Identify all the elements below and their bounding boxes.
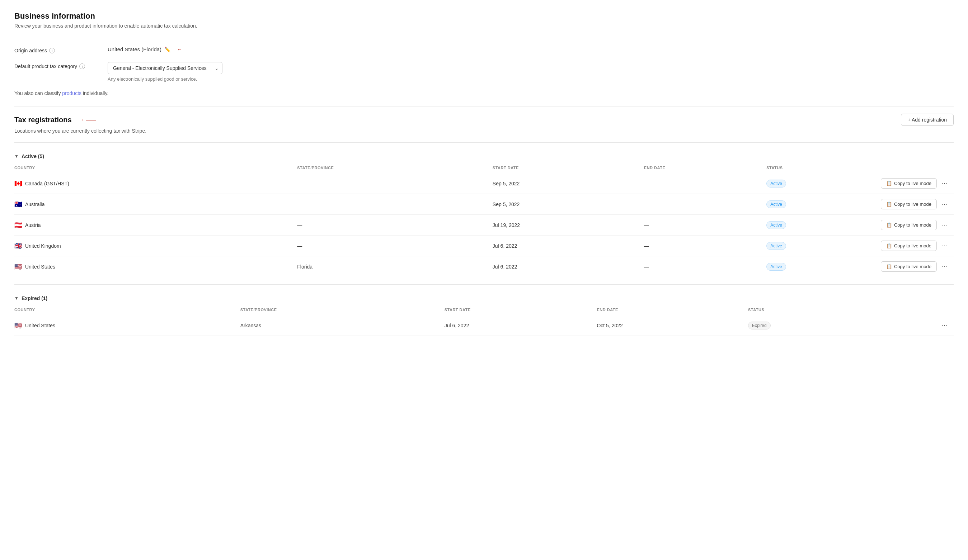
status-badge-4: Active — [766, 263, 786, 271]
expired-more-options-button-0[interactable]: ··· — [940, 320, 949, 330]
exp-col-actions — [882, 305, 954, 315]
active-actions-cell-1: 📋 Copy to live mode ··· — [881, 194, 954, 215]
active-state-cell-4: Florida — [297, 256, 492, 277]
page-title: Business information — [14, 12, 954, 21]
status-badge-0: Active — [766, 180, 786, 188]
active-start-date-cell-4: Jul 6, 2022 — [492, 256, 644, 277]
active-actions-cell-4: 📋 Copy to live mode ··· — [881, 256, 954, 277]
copy-icon-0: 📋 — [886, 181, 892, 186]
tax-registrations-subtitle: Locations where you are currently collec… — [14, 128, 954, 134]
copy-to-live-button-0[interactable]: 📋 Copy to live mode — [881, 178, 937, 188]
active-status-cell-2: Active — [766, 215, 881, 236]
active-start-date-cell-3: Jul 6, 2022 — [492, 236, 644, 256]
active-table-row: 🇨🇦 Canada (GST/HST) — Sep 5, 2022 — Acti… — [14, 173, 954, 194]
more-options-button-2[interactable]: ··· — [940, 220, 949, 230]
tax-category-row: Default product tax category i General -… — [14, 62, 954, 82]
copy-icon-3: 📋 — [886, 243, 892, 248]
exp-col-country: Country — [14, 305, 240, 315]
copy-to-live-button-1[interactable]: 📋 Copy to live mode — [881, 199, 937, 209]
expired-status-badge-0: Expired — [748, 322, 771, 329]
active-country-cell-3: 🇬🇧 United Kingdom — [14, 236, 297, 256]
exp-col-status: Status — [748, 305, 882, 315]
status-badge-1: Active — [766, 200, 786, 208]
add-registration-button[interactable]: + Add registration — [901, 114, 954, 126]
active-country-name-3: United Kingdom — [25, 243, 61, 249]
active-status-cell-3: Active — [766, 236, 881, 256]
active-start-date-cell-0: Sep 5, 2022 — [492, 173, 644, 194]
active-flag-1: 🇦🇺 — [14, 200, 22, 208]
active-country-cell-2: 🇦🇹 Austria — [14, 215, 297, 236]
origin-address-edit-icon[interactable]: ✏️ — [164, 46, 171, 52]
active-flag-3: 🇬🇧 — [14, 242, 22, 250]
col-status: Status — [766, 163, 881, 173]
col-start-date: Start Date — [492, 163, 644, 173]
tax-category-select-wrapper: General - Electronically Supplied Servic… — [108, 62, 222, 74]
more-options-button-3[interactable]: ··· — [940, 241, 949, 251]
expired-row-actions-0: ··· — [882, 320, 949, 330]
products-link[interactable]: products — [62, 90, 81, 96]
active-country-cell-4: 🇺🇸 United States — [14, 256, 297, 277]
tax-category-hint: Any electronically supplied good or serv… — [108, 76, 222, 82]
tax-category-select[interactable]: General - Electronically Supplied Servic… — [108, 62, 222, 74]
origin-address-label: Origin address i — [14, 46, 108, 53]
active-status-cell-0: Active — [766, 173, 881, 194]
active-group-header[interactable]: ▼ Active (5) — [14, 150, 954, 163]
copy-icon-4: 📋 — [886, 264, 892, 269]
active-actions-cell-3: 📋 Copy to live mode ··· — [881, 236, 954, 256]
origin-address-row: Origin address i United States (Florida)… — [14, 46, 954, 53]
tax-category-label: Default product tax category i — [14, 62, 108, 69]
status-badge-3: Active — [766, 242, 786, 250]
active-registrations-table: Country State/Province Start Date End Da… — [14, 163, 954, 277]
active-table-row: 🇺🇸 United States Florida Jul 6, 2022 — A… — [14, 256, 954, 277]
expired-table-row: 🇺🇸 United States Arkansas Jul 6, 2022 Oc… — [14, 315, 954, 336]
col-state: State/Province — [297, 163, 492, 173]
active-table-row: 🇦🇹 Austria — Jul 19, 2022 — Active 📋 Cop… — [14, 215, 954, 236]
active-state-cell-1: — — [297, 194, 492, 215]
active-group-label: Active (5) — [22, 154, 44, 159]
classify-products-text: You also can classify products individua… — [14, 90, 954, 96]
active-state-cell-3: — — [297, 236, 492, 256]
expired-group-header[interactable]: ▼ Expired (1) — [14, 292, 954, 305]
active-status-cell-4: Active — [766, 256, 881, 277]
expired-registrations-table: Country State/Province Start Date End Da… — [14, 305, 954, 336]
active-end-date-cell-2: — — [644, 215, 766, 236]
active-actions-cell-0: 📋 Copy to live mode ··· — [881, 173, 954, 194]
copy-icon-2: 📋 — [886, 222, 892, 228]
tax-registrations-title: Tax registrations — [14, 116, 72, 124]
active-actions-cell-2: 📋 Copy to live mode ··· — [881, 215, 954, 236]
active-row-actions-4: 📋 Copy to live mode ··· — [881, 261, 949, 272]
col-country: Country — [14, 163, 297, 173]
active-row-actions-2: 📋 Copy to live mode ··· — [881, 220, 949, 230]
active-country-cell-0: 🇨🇦 Canada (GST/HST) — [14, 173, 297, 194]
origin-address-info-icon[interactable]: i — [49, 48, 55, 53]
active-state-cell-0: — — [297, 173, 492, 194]
active-flag-0: 🇨🇦 — [14, 180, 22, 188]
tax-category-info-icon[interactable]: i — [79, 63, 85, 69]
active-table-row: 🇬🇧 United Kingdom — Jul 6, 2022 — Active… — [14, 236, 954, 256]
origin-address-arrow: ←—— — [177, 46, 193, 52]
expired-flag-0: 🇺🇸 — [14, 322, 22, 329]
active-flag-4: 🇺🇸 — [14, 263, 22, 271]
copy-to-live-button-3[interactable]: 📋 Copy to live mode — [881, 241, 937, 251]
active-end-date-cell-0: — — [644, 173, 766, 194]
copy-to-live-button-4[interactable]: 📋 Copy to live mode — [881, 261, 937, 272]
more-options-button-1[interactable]: ··· — [940, 199, 949, 209]
status-badge-2: Active — [766, 221, 786, 229]
divider-before-expired — [14, 284, 954, 285]
more-options-button-4[interactable]: ··· — [940, 261, 949, 272]
active-table-row: 🇦🇺 Australia — Sep 5, 2022 — Active 📋 Co… — [14, 194, 954, 215]
expired-country-name-0: United States — [25, 323, 55, 329]
active-start-date-cell-1: Sep 5, 2022 — [492, 194, 644, 215]
tax-registrations-title-area: Tax registrations ←—— — [14, 116, 96, 124]
active-status-cell-1: Active — [766, 194, 881, 215]
expired-actions-cell-0: ··· — [882, 315, 954, 336]
exp-col-state: State/Province — [240, 305, 444, 315]
origin-address-value: United States (Florida) ✏️ ←—— — [108, 46, 193, 52]
active-end-date-cell-3: — — [644, 236, 766, 256]
divider-middle — [14, 106, 954, 106]
page-subtitle: Review your business and product informa… — [14, 23, 954, 29]
copy-to-live-button-2[interactable]: 📋 Copy to live mode — [881, 220, 937, 230]
tax-registrations-header: Tax registrations ←—— + Add registration — [14, 114, 954, 126]
more-options-button-0[interactable]: ··· — [940, 178, 949, 188]
active-country-name-0: Canada (GST/HST) — [25, 181, 69, 187]
